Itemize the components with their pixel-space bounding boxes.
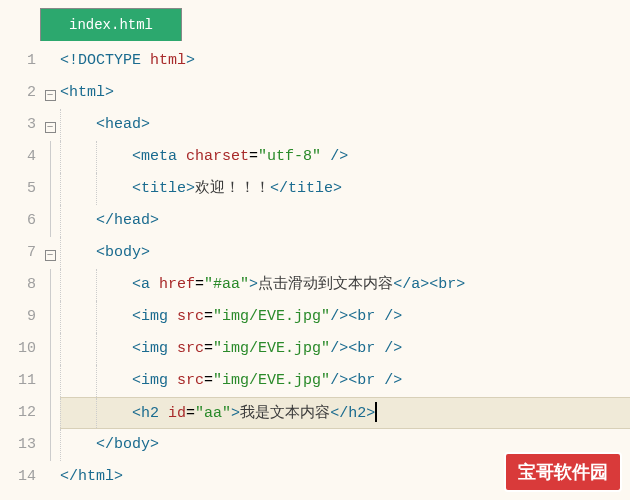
line-number: 8: [0, 269, 36, 301]
code-line: <img src="img/EVE.jpg"/><br />: [60, 301, 630, 333]
line-number: 13: [0, 429, 36, 461]
fold-cell: [40, 333, 60, 365]
code-line: <html>: [60, 77, 630, 109]
code-line-active: <h2 id="aa">我是文本内容</h2>: [60, 397, 630, 429]
minus-icon: −: [45, 250, 56, 261]
fold-cell: [40, 205, 60, 237]
tab-bar: index.html: [0, 0, 630, 41]
code-line: <meta charset="utf-8" />: [60, 141, 630, 173]
code-line: <img src="img/EVE.jpg"/><br />: [60, 365, 630, 397]
fold-cell: [40, 397, 60, 429]
minus-icon: −: [45, 90, 56, 101]
line-number: 6: [0, 205, 36, 237]
fold-cell: [40, 365, 60, 397]
fold-toggle[interactable]: −: [40, 77, 60, 109]
minus-icon: −: [45, 122, 56, 133]
code-line: <title>欢迎！！！</title>: [60, 173, 630, 205]
fold-cell: [40, 141, 60, 173]
line-number: 7: [0, 237, 36, 269]
line-number: 11: [0, 365, 36, 397]
fold-column: − − −: [40, 45, 60, 493]
fold-toggle[interactable]: −: [40, 237, 60, 269]
fold-cell: [40, 461, 60, 493]
line-number: 2: [0, 77, 36, 109]
line-number: 1: [0, 45, 36, 77]
fold-cell: [40, 173, 60, 205]
fold-toggle[interactable]: −: [40, 109, 60, 141]
code-editor[interactable]: 1 2 3 4 5 6 7 8 9 10 11 12 13 14 − − − <…: [0, 41, 630, 493]
code-line: <head>: [60, 109, 630, 141]
fold-cell: [40, 45, 60, 77]
code-line: <!DOCTYPE html>: [60, 45, 630, 77]
text-cursor: [375, 402, 377, 422]
line-number: 14: [0, 461, 36, 493]
line-number: 12: [0, 397, 36, 429]
watermark-badge: 宝哥软件园: [504, 452, 622, 492]
fold-cell: [40, 269, 60, 301]
line-number: 4: [0, 141, 36, 173]
code-line: <img src="img/EVE.jpg"/><br />: [60, 333, 630, 365]
file-tab[interactable]: index.html: [40, 8, 182, 41]
code-line: <body>: [60, 237, 630, 269]
code-line: </head>: [60, 205, 630, 237]
line-number: 3: [0, 109, 36, 141]
line-number: 10: [0, 333, 36, 365]
code-area[interactable]: <!DOCTYPE html> <html> <head> <meta char…: [60, 45, 630, 493]
line-number: 5: [0, 173, 36, 205]
line-number: 9: [0, 301, 36, 333]
fold-cell: [40, 301, 60, 333]
fold-cell: [40, 429, 60, 461]
line-number-gutter: 1 2 3 4 5 6 7 8 9 10 11 12 13 14: [0, 45, 40, 493]
code-line: <a href="#aa">点击滑动到文本内容</a><br>: [60, 269, 630, 301]
